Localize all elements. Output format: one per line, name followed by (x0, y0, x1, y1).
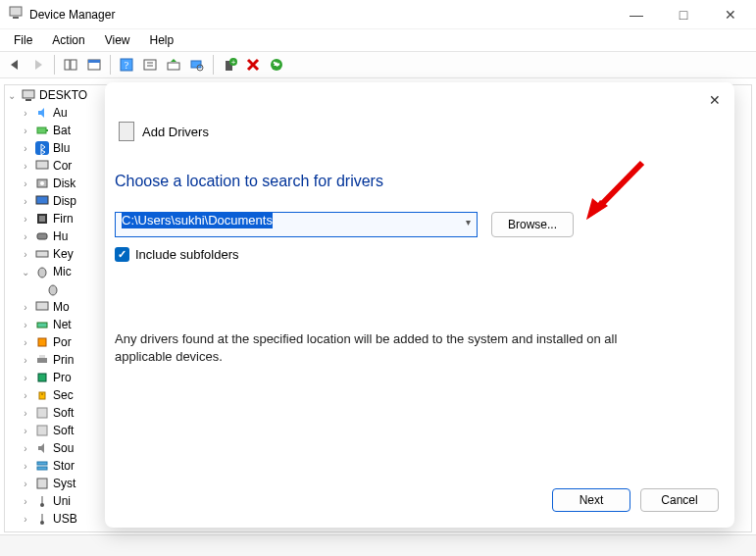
expand-icon[interactable]: › (20, 373, 31, 383)
remove-icon[interactable] (242, 54, 264, 76)
tree-item-label: Soft (53, 406, 74, 420)
expand-icon[interactable]: › (20, 161, 31, 172)
update-driver-icon[interactable] (163, 54, 184, 76)
dialog-footer: Next Cancel (105, 479, 734, 528)
next-button[interactable]: Next (552, 488, 630, 512)
browse-button[interactable]: Browse... (491, 212, 574, 237)
svg-rect-38 (38, 374, 46, 381)
chevron-down-icon[interactable]: ▾ (466, 217, 471, 227)
tree-item-label: Sou (53, 441, 74, 455)
tree-item[interactable]: ›Cor (6, 157, 109, 175)
minimize-button[interactable]: — (627, 7, 646, 23)
menu-file[interactable]: File (6, 31, 40, 49)
tree-item[interactable]: ›Mo (6, 298, 109, 316)
expand-icon[interactable]: › (20, 461, 31, 472)
expand-icon[interactable]: › (20, 108, 31, 119)
expand-icon[interactable]: › (20, 426, 31, 436)
svg-rect-30 (36, 251, 48, 257)
tree-item[interactable]: ›Hu (6, 227, 109, 245)
expand-icon[interactable]: › (20, 408, 31, 419)
tree-item[interactable]: ⌄Mic (6, 263, 109, 280)
tree-root[interactable]: ⌄ DESKTO (6, 86, 109, 104)
forward-icon[interactable] (27, 54, 49, 76)
action-icon[interactable] (139, 54, 161, 76)
tree-item-label: Blu (53, 141, 70, 155)
expand-icon[interactable]: › (20, 479, 31, 489)
tree-item[interactable]: ›Au (6, 104, 109, 122)
tree-item[interactable]: ›Prin (6, 351, 109, 369)
svg-rect-3 (71, 60, 76, 70)
svg-rect-2 (65, 60, 70, 70)
tree-item[interactable]: ›Sec (6, 386, 109, 404)
expand-icon[interactable]: › (20, 337, 31, 348)
tree-item[interactable]: ›Disp (6, 192, 109, 210)
expand-icon[interactable]: › (20, 390, 31, 401)
expand-icon[interactable]: › (20, 249, 31, 260)
expand-icon[interactable]: › (20, 496, 31, 507)
expand-icon[interactable]: › (20, 355, 31, 366)
device-category-icon (34, 158, 50, 174)
tree-item[interactable]: ›USB (6, 510, 109, 528)
properties-icon[interactable] (83, 54, 105, 76)
window-controls: — □ ✕ (627, 7, 748, 23)
menu-view[interactable]: View (97, 31, 138, 49)
tree-item-label: Mic (53, 265, 72, 278)
tree-item[interactable]: ›Bat (6, 122, 109, 139)
maximize-button[interactable]: □ (674, 7, 693, 23)
expand-icon[interactable]: › (20, 143, 31, 154)
help-icon[interactable]: ? (116, 54, 137, 76)
svg-rect-37 (39, 355, 45, 358)
menu-action[interactable]: Action (44, 31, 92, 49)
tree-item[interactable]: ›Firn (6, 210, 109, 227)
tree-item[interactable]: ›Por (6, 333, 109, 351)
collapse-icon[interactable]: ⌄ (6, 90, 18, 101)
cancel-button[interactable]: Cancel (640, 488, 719, 512)
tree-item[interactable]: ›Net (6, 316, 109, 333)
tree-item[interactable]: ›Syst (6, 475, 109, 492)
tree-item-label: Por (53, 335, 72, 349)
expand-icon[interactable]: › (20, 196, 31, 207)
tree-item[interactable]: ›Stor (6, 457, 109, 475)
expand-icon[interactable]: › (20, 231, 31, 242)
expand-icon[interactable]: › (20, 214, 31, 225)
expand-icon[interactable]: › (20, 178, 31, 189)
expand-icon[interactable]: › (20, 320, 31, 330)
svg-rect-8 (144, 60, 156, 70)
svg-point-32 (49, 285, 57, 295)
show-hide-tree-icon[interactable] (60, 54, 81, 76)
close-button[interactable]: ✕ (721, 7, 740, 23)
tree-item[interactable]: ›Blu (6, 139, 109, 157)
dialog-close-icon[interactable]: ✕ (709, 92, 721, 108)
back-icon[interactable] (4, 54, 25, 76)
expand-icon[interactable]: › (20, 302, 31, 313)
svg-rect-43 (37, 462, 47, 465)
menu-help[interactable]: Help (142, 31, 182, 49)
device-category-icon (34, 423, 50, 438)
svg-rect-36 (37, 358, 47, 363)
tree-item-label: Disk (53, 177, 76, 190)
tree-item[interactable]: ›Pro (6, 369, 109, 386)
expand-icon[interactable]: › (20, 443, 31, 454)
scan-hardware-icon[interactable] (186, 54, 208, 76)
tree-item[interactable]: ›Soft (6, 404, 109, 422)
expand-icon[interactable]: ⌄ (20, 267, 31, 278)
tree-item[interactable]: ›Sou (6, 439, 109, 457)
device-category-icon (34, 458, 50, 474)
driver-path-input[interactable]: C:\Users\sukhi\Documents ▾ (115, 212, 478, 237)
expand-icon[interactable]: › (20, 514, 31, 525)
tree-item[interactable]: ›Soft (6, 422, 109, 439)
tree-item[interactable]: ›Key (6, 245, 109, 263)
tree-subitem[interactable] (6, 280, 109, 298)
enable-icon[interactable] (266, 54, 287, 76)
svg-rect-34 (37, 323, 47, 328)
tree-item-label: Disp (53, 194, 76, 208)
device-tree[interactable]: ⌄ DESKTO ›Au›Bat›Blu›Cor›Disk›Disp›Firn›… (6, 86, 110, 529)
expand-icon[interactable]: › (20, 126, 31, 136)
include-subfolders-checkbox[interactable]: ✓ (115, 247, 129, 262)
device-category-icon (34, 387, 50, 403)
tree-item[interactable]: ›Disk (6, 175, 109, 192)
svg-rect-26 (36, 196, 48, 204)
tree-item[interactable]: ›Uni (6, 492, 109, 510)
device-category-icon (34, 405, 50, 421)
add-driver-icon[interactable]: + (219, 54, 240, 76)
